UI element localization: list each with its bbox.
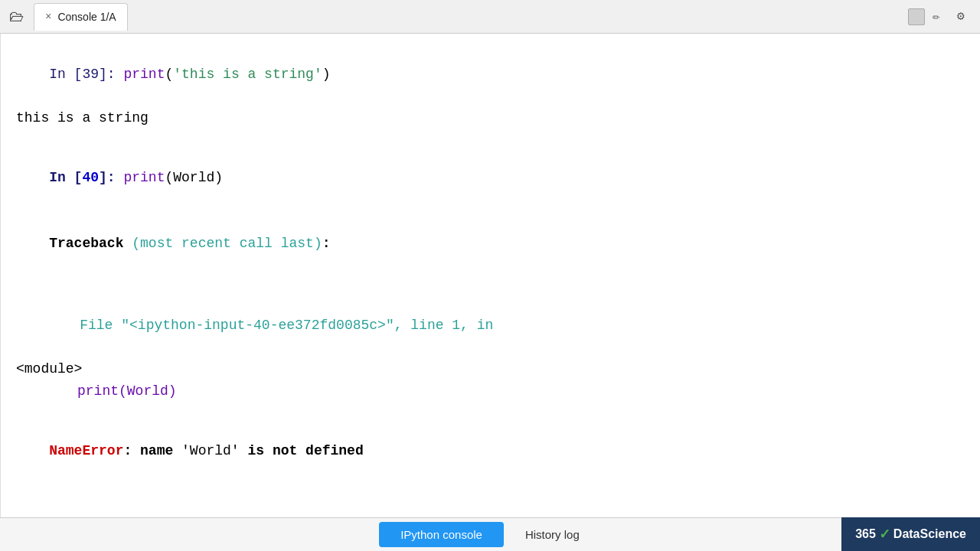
ipython-console-tab[interactable]: IPython console [379, 522, 504, 547]
spacer2 [16, 277, 965, 292]
brand-badge: 365✓DataScience [841, 517, 980, 551]
gear-icon[interactable]: ⚙ [957, 8, 974, 25]
tab-title: Console 1/A [57, 11, 116, 23]
spacer5 [16, 499, 965, 514]
console-line-file: File "<ipython-input-40-ee372fd0085c>", … [16, 292, 965, 358]
console-line-prev-output: this is a string [16, 107, 965, 129]
spacer4 [16, 484, 965, 499]
brand-check: ✓ [879, 526, 890, 543]
console-tab[interactable]: × Console 1/A [34, 3, 128, 31]
brand-suffix: DataScience [893, 527, 966, 541]
history-log-tab[interactable]: History log [504, 522, 601, 547]
print-keyword: print [123, 67, 165, 82]
folder-icon: 🗁 [6, 6, 28, 28]
in-prompt: In [39]: [49, 67, 123, 82]
tab-close-button[interactable]: × [45, 11, 51, 23]
console-line-error: NameError: name 'World' is not defined [16, 418, 965, 484]
console-line-code: print(World) [16, 380, 965, 403]
bottom-bar: IPython console History log 365✓DataScie… [0, 517, 980, 551]
title-bar: 🗁 × Console 1/A ✏ ⚙ [0, 0, 980, 34]
console-line-prev-input: In [39]: print('this is a string') [16, 41, 965, 107]
spacer [16, 129, 965, 145]
in40-prompt: In [ [49, 170, 82, 185]
pencil-icon[interactable]: ✏ [933, 8, 949, 25]
spacer3 [16, 403, 965, 418]
title-bar-controls: ✏ ⚙ [908, 8, 974, 25]
console-line-module: <module> [16, 358, 965, 380]
brand-name: 365 [855, 527, 876, 541]
console-line-in40: In [40]: print(World) [16, 145, 965, 210]
console-output: In [39]: print('this is a string') this … [0, 34, 980, 517]
string-value: 'this is a string' [173, 67, 322, 82]
console-line-traceback: Traceback (most recent call last): [16, 211, 965, 277]
minimize-button[interactable] [908, 8, 925, 25]
